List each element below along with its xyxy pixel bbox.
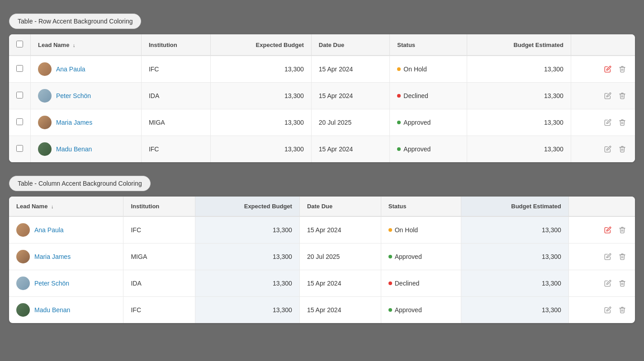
person-link[interactable]: Madu Benan [34, 306, 70, 314]
table-row: Madu Benan IFC 13,300 15 Apr 2024 Approv… [9, 136, 635, 163]
expected-budget-cell: 13,300 [195, 297, 300, 323]
expected-budget-cell: 13,300 [195, 244, 300, 270]
delete-button[interactable] [617, 91, 628, 100]
date-due-cell: 20 Jul 2025 [311, 109, 390, 136]
status-dot [388, 281, 392, 285]
person-link[interactable]: Madu Benan [56, 145, 92, 153]
status-cell: Approved [390, 109, 467, 136]
col-header-expected-budget: Expected Budget [195, 197, 300, 216]
date-due-cell: 15 Apr 2024 [299, 297, 381, 323]
avatar [16, 277, 30, 290]
action-cell [568, 244, 635, 270]
status-dot [388, 255, 392, 258]
action-cell [571, 109, 635, 136]
row-checkbox-cell [9, 136, 31, 163]
status-cell: Declined [390, 83, 467, 109]
date-due-cell: 15 Apr 2024 [311, 56, 390, 83]
row-accent-header-row: Lead Name ↓ Institution Expected Budget … [9, 34, 635, 56]
col-header-lead-name: Lead Name ↓ [9, 197, 123, 216]
table-row: Maria James MIGA 13,300 20 Jul 2025 Appr… [9, 109, 635, 136]
date-due-cell: 15 Apr 2024 [311, 136, 390, 163]
institution-cell: IFC [123, 297, 195, 323]
budget-estimated-cell: 13,300 [461, 244, 568, 270]
date-due-cell: 15 Apr 2024 [311, 83, 390, 109]
edit-button[interactable] [602, 118, 613, 127]
budget-estimated-cell: 13,300 [467, 136, 571, 163]
delete-button[interactable] [617, 225, 628, 234]
status-cell: On Hold [390, 56, 467, 83]
edit-button[interactable] [602, 145, 613, 154]
row-accent-section: Table - Row Accent Background Coloring L… [9, 14, 635, 162]
status-text: On Hold [395, 226, 418, 234]
person-link[interactable]: Maria James [34, 253, 71, 260]
person-link[interactable]: Maria James [56, 119, 92, 126]
budget-estimated-cell: 13,300 [467, 109, 571, 136]
edit-button[interactable] [602, 65, 613, 74]
status-cell: On Hold [381, 216, 461, 244]
lead-name-cell: Madu Benan [31, 136, 142, 163]
row-checkbox-cell [9, 83, 31, 109]
edit-button[interactable] [602, 252, 613, 261]
col-header-date-due: Date Due [299, 197, 381, 216]
status-dot [388, 228, 392, 232]
status-text: On Hold [403, 66, 426, 73]
row-checkbox-cell [9, 109, 31, 136]
edit-button[interactable] [602, 225, 613, 234]
edit-button[interactable] [602, 91, 613, 100]
edit-button[interactable] [602, 279, 613, 288]
edit-button[interactable] [602, 305, 613, 314]
expected-budget-cell: 13,300 [195, 216, 300, 244]
status-cell: Declined [381, 270, 461, 297]
person-link[interactable]: Ana Paula [34, 226, 64, 234]
status-text: Declined [395, 280, 419, 287]
institution-cell: IFC [141, 56, 210, 83]
row-checkbox[interactable] [16, 92, 23, 98]
table-row: Madu Benan IFC 13,300 15 Apr 2024 Approv… [9, 297, 635, 323]
action-cell [571, 83, 635, 109]
delete-button[interactable] [617, 305, 628, 314]
delete-button[interactable] [617, 279, 628, 288]
table-row: Ana Paula IFC 13,300 15 Apr 2024 On Hold… [9, 56, 635, 83]
header-institution: Institution [141, 34, 210, 56]
institution-cell: IDA [123, 270, 195, 297]
avatar [16, 303, 30, 317]
budget-estimated-cell: 13,300 [461, 216, 568, 244]
expected-budget-cell: 13,300 [211, 83, 312, 109]
header-date-due: Date Due [311, 34, 390, 56]
header-expected-budget: Expected Budget [211, 34, 312, 56]
budget-estimated-cell: 13,300 [461, 270, 568, 297]
person-link[interactable]: Peter Schön [34, 280, 69, 287]
status-dot [388, 308, 392, 312]
status-text: Approved [395, 306, 422, 314]
lead-name-cell: Madu Benan [9, 297, 123, 323]
delete-button[interactable] [617, 145, 628, 154]
table-row: Peter Schön IDA 13,300 15 Apr 2024 Decli… [9, 270, 635, 297]
avatar [38, 142, 52, 156]
row-accent-table-container: Lead Name ↓ Institution Expected Budget … [9, 34, 635, 162]
delete-button[interactable] [617, 252, 628, 261]
table-row: Peter Schön IDA 13,300 15 Apr 2024 Decli… [9, 83, 635, 109]
table-row: Ana Paula IFC 13,300 15 Apr 2024 On Hold… [9, 216, 635, 244]
row-checkbox-cell [9, 56, 31, 83]
status-dot [397, 147, 401, 151]
row-checkbox[interactable] [16, 65, 23, 72]
header-checkbox[interactable] [16, 41, 23, 47]
institution-cell: IFC [123, 216, 195, 244]
action-cell [571, 56, 635, 83]
institution-cell: IDA [141, 83, 210, 109]
delete-button[interactable] [617, 65, 628, 74]
delete-button[interactable] [617, 118, 628, 127]
col-accent-section: Table - Column Accent Background Colorin… [9, 176, 635, 323]
expected-budget-cell: 13,300 [211, 56, 312, 83]
header-checkbox-cell [9, 34, 31, 56]
row-checkbox[interactable] [16, 118, 23, 125]
status-dot [397, 94, 401, 98]
person-link[interactable]: Ana Paula [56, 66, 85, 73]
lead-name-cell: Maria James [31, 109, 142, 136]
lead-name-cell: Ana Paula [31, 56, 142, 83]
col-sort-icon: ↓ [51, 204, 54, 209]
row-checkbox[interactable] [16, 145, 23, 152]
budget-estimated-cell: 13,300 [461, 297, 568, 323]
avatar [38, 89, 52, 103]
person-link[interactable]: Peter Schön [56, 92, 91, 99]
